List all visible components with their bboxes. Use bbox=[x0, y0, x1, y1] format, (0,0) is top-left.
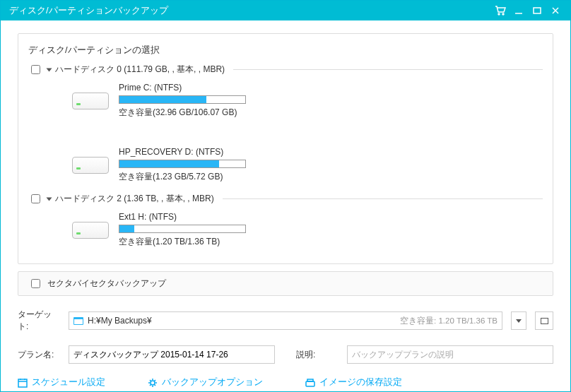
svg-point-0 bbox=[498, 13, 500, 15]
browse-icon bbox=[541, 318, 548, 324]
partition-item[interactable]: HP_RECOVERY D: (NTFS) 空き容量(1.23 GB/5.72 … bbox=[71, 147, 297, 183]
schedule-link[interactable]: スケジュール設定 bbox=[18, 376, 105, 388]
usage-bar bbox=[119, 160, 246, 168]
disk-label-2: ハードディスク 2 (1.36 TB, , 基本, , MBR) bbox=[55, 193, 214, 205]
titlebar: ディスク/パーティションバックアップ bbox=[1, 1, 570, 20]
disk-label-0: ハードディスク 0 (111.79 GB, , 基本, , MBR) bbox=[55, 64, 225, 76]
hdd-icon bbox=[71, 212, 110, 242]
target-path: H:¥My Backups¥ bbox=[88, 316, 152, 326]
app-window: ディスク/パーティションバックアップ ディスク/パーティションの選択 ハードディ… bbox=[0, 0, 571, 392]
partition-free: 空き容量(1.20 TB/1.36 TB) bbox=[119, 236, 297, 248]
svg-rect-6 bbox=[18, 379, 27, 387]
description-label: 説明: bbox=[296, 349, 339, 361]
plan-name-input[interactable] bbox=[69, 345, 275, 364]
expand-icon[interactable] bbox=[47, 197, 52, 201]
svg-rect-3 bbox=[534, 8, 541, 13]
rule bbox=[233, 69, 543, 70]
partitions-disk-0: Prime C: (NTFS) 空き容量(32.96 GB/106.07 GB)… bbox=[71, 83, 543, 183]
backup-options-link[interactable]: バックアップオプション bbox=[148, 376, 263, 388]
content-area: ディスク/パーティションの選択 ハードディスク 0 (111.79 GB, , … bbox=[1, 20, 570, 392]
calendar-icon bbox=[18, 378, 28, 388]
partition-free: 空き容量(32.96 GB/106.07 GB) bbox=[119, 107, 297, 119]
hdd-icon bbox=[71, 83, 110, 112]
expand-icon[interactable] bbox=[47, 68, 52, 71]
chevron-down-icon bbox=[516, 319, 522, 323]
target-dropdown-button[interactable] bbox=[511, 311, 526, 330]
partition-item[interactable]: Ext1 H: (NTFS) 空き容量(1.20 TB/1.36 TB) bbox=[71, 212, 297, 248]
plan-label: プラン名: bbox=[18, 349, 60, 361]
svg-rect-12 bbox=[307, 379, 313, 381]
disk-checkbox-2[interactable] bbox=[31, 194, 40, 203]
partition-item[interactable]: Prime C: (NTFS) 空き容量(32.96 GB/106.07 GB) bbox=[71, 83, 297, 119]
sector-by-sector-row[interactable]: セクタバイセクタバックアップ bbox=[18, 271, 553, 296]
svg-point-10 bbox=[151, 381, 155, 385]
cart-icon[interactable] bbox=[491, 1, 510, 20]
panel-title: ディスク/パーティションの選択 bbox=[28, 44, 543, 57]
svg-point-1 bbox=[502, 13, 504, 15]
target-row: ターゲット: H:¥My Backups¥ 空き容量: 1.20 TB/1.36… bbox=[18, 309, 553, 333]
folder-icon bbox=[73, 317, 83, 325]
options-links-row: スケジュール設定 バックアップオプション イメージの保存設定 bbox=[18, 376, 553, 388]
target-label: ターゲット: bbox=[18, 309, 60, 333]
plan-row: プラン名: 説明: bbox=[18, 345, 553, 364]
minimize-icon[interactable] bbox=[510, 1, 528, 20]
partition-name: Prime C: (NTFS) bbox=[119, 83, 297, 93]
usage-bar bbox=[119, 95, 246, 104]
sector-checkbox[interactable] bbox=[31, 279, 40, 288]
target-free-space: 空き容量: 1.20 TB/1.36 TB bbox=[400, 316, 498, 326]
disk-checkbox-0[interactable] bbox=[31, 65, 40, 74]
disk-header-2[interactable]: ハードディスク 2 (1.36 TB, , 基本, , MBR) bbox=[28, 193, 543, 205]
sector-label: セクタバイセクタバックアップ bbox=[47, 278, 166, 290]
partition-name: HP_RECOVERY D: (NTFS) bbox=[119, 147, 297, 157]
partition-free: 空き容量(1.23 GB/5.72 GB) bbox=[119, 171, 297, 183]
window-title: ディスク/パーティションバックアップ bbox=[9, 4, 491, 17]
disk-header-0[interactable]: ハードディスク 0 (111.79 GB, , 基本, , MBR) bbox=[28, 64, 543, 76]
partitions-disk-2: Ext1 H: (NTFS) 空き容量(1.20 TB/1.36 TB) bbox=[71, 212, 543, 248]
description-input[interactable] bbox=[347, 345, 553, 364]
partition-name: Ext1 H: (NTFS) bbox=[119, 212, 297, 222]
image-settings-link[interactable]: イメージの保存設定 bbox=[305, 376, 402, 388]
hdd-icon bbox=[71, 147, 110, 177]
svg-rect-11 bbox=[306, 381, 314, 386]
maximize-icon[interactable] bbox=[528, 1, 546, 20]
gear-icon bbox=[148, 378, 158, 388]
usage-bar bbox=[119, 225, 246, 233]
disk-icon bbox=[305, 378, 315, 388]
target-path-box[interactable]: H:¥My Backups¥ 空き容量: 1.20 TB/1.36 TB bbox=[69, 311, 502, 330]
browse-button[interactable] bbox=[535, 311, 553, 330]
close-icon[interactable] bbox=[546, 1, 565, 20]
rule bbox=[223, 198, 543, 199]
disk-selection-panel: ディスク/パーティションの選択 ハードディスク 0 (111.79 GB, , … bbox=[18, 33, 553, 264]
